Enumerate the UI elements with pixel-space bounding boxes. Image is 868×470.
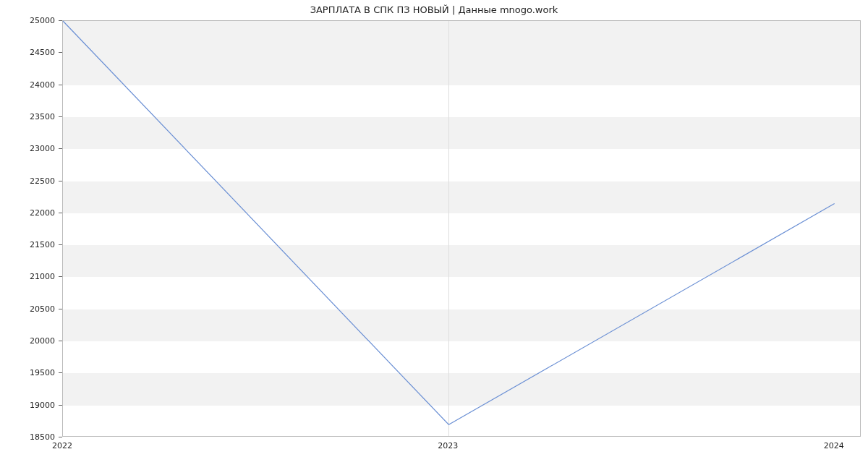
x-axis-label: 2022: [52, 441, 72, 450]
y-axis-label: 21500: [0, 240, 55, 249]
y-axis-label: 23500: [0, 111, 55, 121]
y-tick: [59, 213, 62, 213]
y-tick: [59, 244, 62, 245]
y-tick: [59, 405, 62, 406]
y-tick: [59, 309, 62, 309]
series-line: [63, 21, 835, 424]
y-tick: [59, 276, 62, 277]
y-axis-label: 19000: [0, 400, 55, 409]
y-axis-label: 24000: [0, 80, 55, 89]
y-axis-label: 18500: [0, 432, 55, 442]
line-layer: [63, 21, 861, 437]
y-axis-label: 22000: [0, 208, 55, 217]
y-axis-label: 23000: [0, 144, 55, 153]
y-axis-label: 20000: [0, 336, 55, 346]
x-axis-label: 2023: [438, 441, 458, 450]
y-tick: [59, 341, 62, 341]
y-axis-label: 20500: [0, 304, 55, 313]
x-axis-label: 2024: [824, 441, 844, 450]
y-axis-label: 21000: [0, 272, 55, 281]
y-tick: [59, 437, 62, 437]
y-axis-label: 24500: [0, 48, 55, 57]
y-axis-label: 19500: [0, 368, 55, 377]
y-tick: [59, 52, 62, 53]
y-tick: [59, 148, 62, 149]
y-tick: [59, 85, 62, 85]
y-axis-label: 22500: [0, 176, 55, 185]
y-axis-label: 25000: [0, 16, 55, 25]
chart-container: ЗАРПЛАТА В СПК ПЗ НОВЫЙ | Данные mnogo.w…: [0, 0, 868, 470]
y-tick: [59, 181, 62, 181]
y-tick: [59, 116, 62, 117]
y-tick: [59, 372, 62, 373]
chart-title: ЗАРПЛАТА В СПК ПЗ НОВЫЙ | Данные mnogo.w…: [0, 4, 868, 15]
plot-area: [62, 20, 861, 437]
y-tick: [59, 20, 62, 21]
